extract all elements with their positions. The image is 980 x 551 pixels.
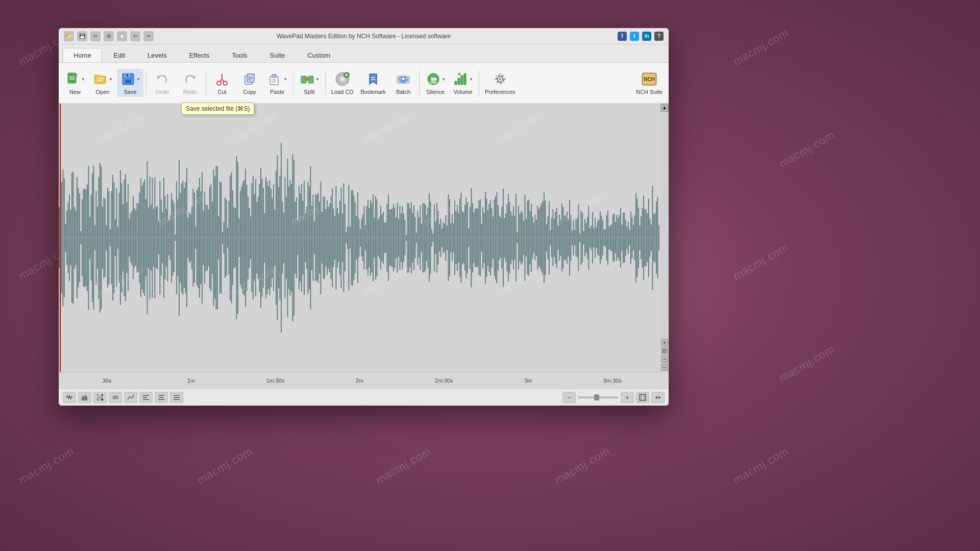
separator-2 [206,70,206,96]
load-cd-button[interactable]: Load CD [328,69,356,97]
align-left-btn[interactable] [139,392,153,403]
redo-btn-small[interactable]: ↪ [143,31,154,41]
cut-button[interactable]: Cut [209,69,235,97]
undo-btn-small[interactable]: ↩ [130,31,140,41]
volume-icon [453,71,469,87]
svg-rect-547 [86,396,87,400]
watermark: macmj.com [552,444,612,487]
tab-custom[interactable]: Custom [297,48,341,62]
svg-rect-550 [99,394,101,396]
svg-rect-49 [464,73,466,85]
view-3d-btn[interactable]: 3D [109,392,122,403]
zoom-fit-small-btn[interactable] [636,392,649,403]
zoom-out-small-btn[interactable]: − [562,392,576,403]
vertical-scrollbar[interactable]: ▲ ▼ [660,104,669,372]
save-icon [120,71,136,87]
waveform-container[interactable]: macmj.commacmj.commacmj.commacmj.commacm… [59,104,669,388]
zoom-in-small-btn[interactable]: + [621,392,634,403]
split-button[interactable]: ▼ Split [296,69,323,97]
svg-point-52 [499,78,501,80]
svg-rect-32 [308,76,313,83]
load-cd-icon [334,71,351,87]
silence-icon [425,71,442,87]
silence-button[interactable]: ▼ Silence [422,69,449,97]
open-btn[interactable]: 📂 [64,31,74,41]
svg-rect-27 [272,74,276,78]
undo-icon [154,71,170,87]
time-3m: 3m [524,378,532,384]
svg-marker-50 [457,72,461,75]
svg-rect-553 [99,396,101,398]
copy-button[interactable]: Copy [236,69,263,97]
svg-marker-571 [655,396,657,399]
time-3m30s: 3m:30s [603,378,622,384]
tab-home[interactable]: Home [63,48,102,62]
cut-label: Cut [217,89,226,95]
preferences-label: Preferences [485,89,515,95]
silence-label: Silence [426,89,445,95]
svg-point-41 [402,77,405,80]
align-justify-btn[interactable] [170,392,183,403]
zoom-out-btn[interactable]: − [661,356,668,363]
volume-button[interactable]: ▼ Volume [450,69,476,97]
watermark: macmj.com [777,342,837,385]
tab-suite[interactable]: Suite [259,48,296,62]
view-waveform-btn[interactable] [63,392,76,403]
svg-rect-47 [458,78,460,85]
undo-button[interactable]: Undo [149,69,176,97]
align-center-btn[interactable] [155,392,168,403]
cut-btn-small[interactable]: ✂ [90,31,101,41]
zoom-in-btn[interactable]: + [661,339,668,346]
open-icon [92,71,109,87]
svg-rect-46 [455,81,457,85]
tooltip-text: Save selected file (⌘S) [186,105,250,112]
batch-button[interactable]: Batch [390,69,416,97]
new-button[interactable]: ▼ New [62,69,88,97]
svg-rect-567 [640,394,646,400]
svg-rect-544 [82,397,83,400]
svg-rect-555 [97,398,99,400]
time-30s: 30s [102,378,111,384]
redo-button[interactable]: Redo [177,69,203,97]
tab-tools[interactable]: Tools [221,48,258,62]
svg-point-35 [341,78,344,81]
scroll-up-btn[interactable]: ▲ [660,104,669,112]
twitter-icon[interactable]: t [630,32,639,41]
bookmark-button[interactable]: Bookmark [357,69,389,97]
save-btn-small[interactable]: 💾 [77,31,87,41]
view-pitch-btn[interactable] [124,392,137,403]
watermark: macmj.com [731,26,791,68]
paste-label: Paste [270,89,284,95]
paste-button[interactable]: ▼ Paste [264,69,290,97]
app-window: 📂 💾 ✂ ⧉ 📋 ↩ ↪ WavePad Masters Edition by… [59,28,669,406]
tab-effects[interactable]: Effects [179,48,220,62]
app-title: WavePad Masters Edition by NCH Software … [277,33,451,40]
open-label: Open [96,89,110,95]
paste-btn-small[interactable]: 📋 [117,31,127,41]
tab-edit[interactable]: Edit [103,48,136,62]
time-ruler: 30s 1m 1m:30s 2m 2m:30s 3m 3m:30s [59,372,660,388]
zoom-slider[interactable] [578,396,619,398]
linkedin-icon[interactable]: in [642,32,651,41]
help-icon[interactable]: ? [654,32,664,41]
open-button[interactable]: ▼ Open [89,69,116,97]
paste-icon [267,71,283,87]
view-spectrum-btn[interactable] [78,392,91,403]
zoom-page-btn[interactable] [651,392,665,403]
preferences-button[interactable]: Preferences [482,69,518,97]
facebook-icon[interactable]: f [618,32,627,41]
copy-btn-small[interactable]: ⧉ [104,31,114,41]
zoom-controls: + ⊡ − ↔ [660,338,669,372]
waveform-display: macmj.commacmj.commacmj.commacmj.commacm… [59,104,669,388]
svg-text:NCH: NCH [644,77,655,82]
save-button[interactable]: ▼ Save [117,69,143,97]
zoom-reset-btn[interactable]: ↔ [661,364,668,371]
playhead [60,104,61,372]
preferences-icon [492,71,508,87]
tab-levels[interactable]: Levels [137,48,178,62]
nch-suite-button[interactable]: NCH NCH Suite [633,69,666,97]
svg-rect-557 [101,398,103,400]
bookmark-icon [365,71,381,87]
zoom-fit-btn[interactable]: ⊡ [661,347,668,355]
view-spectrogram-btn[interactable] [93,392,107,403]
